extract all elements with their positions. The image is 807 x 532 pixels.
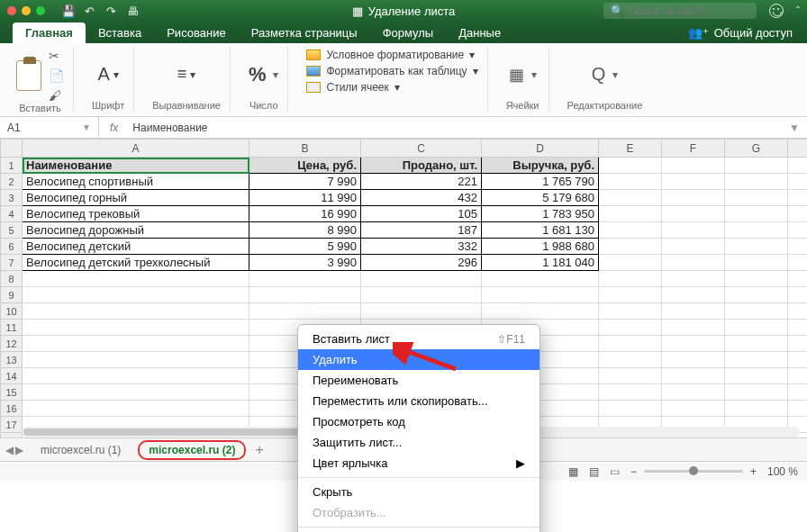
cell[interactable]: [788, 320, 808, 336]
cell[interactable]: [482, 287, 599, 303]
row-header[interactable]: 17: [1, 417, 23, 433]
cell[interactable]: [788, 190, 808, 206]
cell[interactable]: 5 990: [249, 239, 361, 255]
cell[interactable]: [662, 320, 725, 336]
cell[interactable]: [662, 174, 725, 190]
minimize-window-icon[interactable]: [22, 6, 31, 15]
row-header[interactable]: 16: [1, 401, 23, 417]
percent-icon[interactable]: %: [249, 63, 267, 86]
row-header[interactable]: 15: [1, 384, 23, 401]
cell[interactable]: [23, 384, 249, 401]
cell[interactable]: [599, 384, 662, 401]
cell[interactable]: [599, 336, 662, 352]
cell[interactable]: 105: [361, 206, 482, 222]
cell[interactable]: [662, 352, 725, 368]
chevron-up-icon[interactable]: ˆ: [796, 5, 800, 18]
formula-expand-icon[interactable]: ▼: [782, 122, 807, 134]
row-header[interactable]: 6: [1, 239, 23, 255]
cell[interactable]: 221: [361, 174, 482, 190]
cell[interactable]: Велосипед детский: [23, 239, 249, 255]
cell[interactable]: [599, 271, 662, 287]
cell[interactable]: 1 181 040: [482, 255, 599, 271]
share-button[interactable]: 👥⁺ Общий доступ: [674, 23, 807, 43]
col-header-b[interactable]: B: [249, 140, 361, 158]
tab-page-layout[interactable]: Разметка страницы: [239, 23, 370, 43]
cell[interactable]: [599, 206, 662, 222]
cell[interactable]: 16 990: [249, 206, 361, 222]
cell[interactable]: 5 179 680: [482, 190, 599, 206]
row-header[interactable]: 13: [1, 352, 23, 368]
cell[interactable]: [361, 303, 482, 320]
zoom-level[interactable]: 100 %: [767, 465, 798, 478]
sheet-tab-1[interactable]: microexcel.ru (1): [29, 440, 132, 460]
cell[interactable]: [788, 368, 808, 384]
editing-icon[interactable]: Q: [592, 64, 606, 85]
ctx-delete-sheet[interactable]: Удалить: [298, 349, 540, 370]
cell[interactable]: [725, 336, 788, 352]
select-all-corner[interactable]: [1, 140, 23, 158]
maximize-window-icon[interactable]: [36, 6, 45, 15]
cell[interactable]: [788, 384, 808, 401]
fx-label[interactable]: fx: [99, 122, 129, 134]
cell[interactable]: 8 990: [249, 222, 361, 239]
row-header[interactable]: 11: [1, 320, 23, 336]
cell[interactable]: 1 988 680: [482, 239, 599, 255]
cell[interactable]: [23, 336, 249, 352]
sheet-nav-prev-icon[interactable]: ◀: [5, 444, 14, 456]
cell[interactable]: Продано, шт.: [361, 158, 482, 174]
view-page-icon[interactable]: ▤: [589, 465, 599, 478]
row-header[interactable]: 12: [1, 336, 23, 352]
row-header[interactable]: 14: [1, 368, 23, 384]
cell[interactable]: [482, 303, 599, 320]
cell[interactable]: [662, 303, 725, 320]
row-header[interactable]: 1: [1, 158, 23, 174]
cell[interactable]: [725, 384, 788, 401]
row-header[interactable]: 5: [1, 222, 23, 239]
save-icon[interactable]: 💾: [61, 5, 74, 18]
cell[interactable]: [249, 287, 361, 303]
cell[interactable]: [662, 222, 725, 239]
row-header[interactable]: 3: [1, 190, 23, 206]
search-input[interactable]: [630, 5, 738, 17]
col-header-g[interactable]: G: [725, 140, 788, 158]
redo-icon[interactable]: ↷: [104, 5, 117, 18]
cell[interactable]: [599, 190, 662, 206]
cell[interactable]: [725, 368, 788, 384]
cell[interactable]: Велосипед трековый: [23, 206, 249, 222]
cell[interactable]: Велосипед спортивный: [23, 174, 249, 190]
cell[interactable]: Выручка, руб.: [482, 158, 599, 174]
col-header-e[interactable]: E: [599, 140, 662, 158]
copy-icon[interactable]: 📄: [49, 68, 64, 83]
cells-icon[interactable]: ▦: [509, 65, 524, 85]
format-as-table-button[interactable]: Форматировать как таблицу ▾: [306, 65, 477, 77]
row-header[interactable]: 4: [1, 206, 23, 222]
cell[interactable]: [788, 287, 808, 303]
cell[interactable]: [725, 255, 788, 271]
cell[interactable]: [788, 352, 808, 368]
col-header-a[interactable]: A: [23, 140, 249, 158]
cell[interactable]: [662, 271, 725, 287]
sheet-tab-2[interactable]: microexcel.ru (2): [138, 440, 246, 460]
cell[interactable]: [23, 320, 249, 336]
cell[interactable]: [788, 271, 808, 287]
cell[interactable]: [662, 401, 725, 417]
cell[interactable]: 3 990: [249, 255, 361, 271]
cell[interactable]: Наименование: [23, 158, 249, 174]
cell[interactable]: [662, 368, 725, 384]
cell[interactable]: [599, 174, 662, 190]
cell[interactable]: [599, 158, 662, 174]
col-header-d[interactable]: D: [482, 140, 599, 158]
cell[interactable]: [23, 287, 249, 303]
cell[interactable]: 332: [361, 239, 482, 255]
cell[interactable]: [725, 174, 788, 190]
tab-formulas[interactable]: Формулы: [370, 23, 447, 43]
ctx-hide-sheet[interactable]: Скрыть: [298, 482, 540, 502]
tab-insert[interactable]: Вставка: [86, 23, 154, 43]
cut-icon[interactable]: ✂: [49, 49, 64, 63]
cell[interactable]: [662, 384, 725, 401]
cell[interactable]: 432: [361, 190, 482, 206]
cell[interactable]: [599, 368, 662, 384]
cell[interactable]: [662, 336, 725, 352]
cell-styles-button[interactable]: Стили ячеек ▾: [306, 81, 477, 94]
name-box[interactable]: A1 ▼: [0, 117, 99, 138]
